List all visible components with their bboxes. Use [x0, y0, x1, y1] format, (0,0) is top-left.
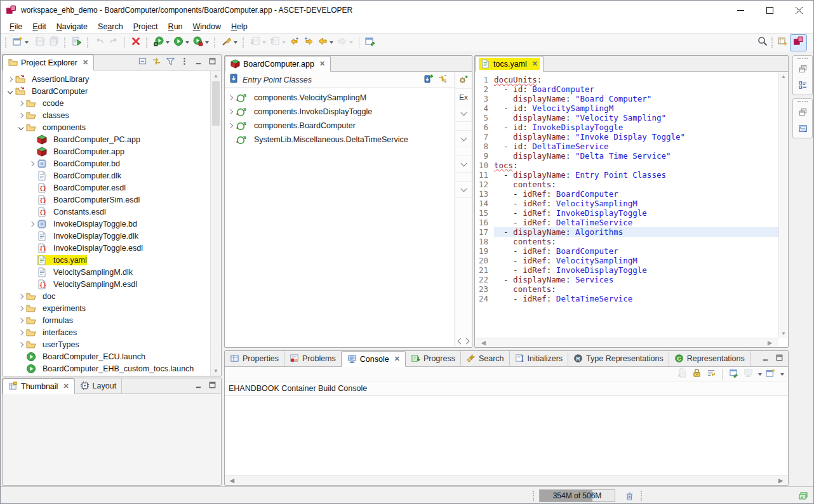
minimize-view-button[interactable]: [192, 56, 204, 69]
expand-arrow-icon[interactable]: [5, 77, 15, 81]
outline-view-button[interactable]: [796, 80, 810, 93]
tree-item-classes[interactable]: classes: [3, 109, 210, 121]
dropdown-caret-icon[interactable]: [262, 41, 266, 44]
search-button[interactable]: [756, 36, 770, 50]
tree-item-boardcomputer-dlk[interactable]: BoardComputer.dlk: [3, 169, 210, 182]
tree-item-velocitysamplingm-esdl[interactable]: {}VelocitySamplingM.esdl: [3, 278, 210, 290]
tree-scrollbar[interactable]: ▲ ▼: [210, 71, 221, 376]
tree-item-constants-esdl[interactable]: {}Constants.esdl: [3, 206, 210, 218]
tab-properties[interactable]: Properties: [225, 350, 284, 366]
last-edit-forward-button[interactable]: [302, 36, 316, 50]
word-wrap-button[interactable]: [705, 368, 717, 381]
link-with-editor-button[interactable]: [150, 56, 163, 69]
expand-arrow-icon[interactable]: [27, 162, 37, 166]
scroll-right-icon[interactable]: ▶: [768, 340, 772, 346]
scroll-down-icon[interactable]: ▼: [779, 331, 788, 336]
dropdown-caret-icon[interactable]: [185, 41, 189, 44]
minimize-view-button[interactable]: [192, 380, 204, 392]
tree-item-boardcomputer-bd[interactable]: BoardComputer.bd: [3, 157, 210, 169]
expand-arrow-icon[interactable]: [27, 222, 37, 226]
expand-arrow-icon[interactable]: [16, 102, 26, 105]
add-entry-point-icon[interactable]: [424, 74, 434, 86]
tree-item-invokedisplaytoggle-dlk[interactable]: InvokeDisplayToggle.dlk: [3, 230, 210, 242]
tree-item-boardcomputer-app[interactable]: BoardComputer.app: [3, 145, 210, 157]
dropdown-caret-icon[interactable]: [205, 41, 209, 44]
pin-console-button[interactable]: [727, 368, 740, 381]
open-console-button[interactable]: [764, 368, 777, 381]
expand-arrow-icon[interactable]: [225, 124, 236, 128]
link-editor-window-button[interactable]: [363, 36, 377, 50]
entry-point-components-velocitysamplingm[interactable]: Scomponents.VelocitySamplingM: [225, 91, 455, 105]
tab-boardcomputer-app[interactable]: BoardComputer.app ✕: [225, 56, 331, 72]
palette-section-collapsed[interactable]: [455, 131, 472, 147]
expand-arrow-icon[interactable]: [16, 114, 26, 117]
tree-item-boardcomputer[interactable]: BoardComputer: [3, 85, 210, 97]
editor-hscrollbar[interactable]: ◀ ▶: [475, 338, 778, 347]
tree-item-velocitysamplingm-dlk[interactable]: VelocitySamplingM.dlk: [3, 266, 210, 278]
open-perspective-button[interactable]: [776, 36, 790, 50]
dropdown-caret-icon[interactable]: [25, 41, 29, 44]
entry-point-components-boardcomputer[interactable]: Scomponents.BoardComputer: [225, 119, 455, 133]
experiment-button[interactable]: [220, 36, 239, 50]
tab-thumbnail[interactable]: Thumbnail✕: [3, 378, 75, 394]
expand-arrow-icon[interactable]: [16, 331, 26, 335]
menu-file[interactable]: File: [4, 21, 27, 32]
maximize-view-button[interactable]: [773, 352, 785, 365]
tree-item-assertionlibrary[interactable]: AssertionLibrary: [3, 73, 210, 85]
toggle-order-icon[interactable]: [437, 74, 448, 86]
tab-tocs-yaml[interactable]: tocs.yaml ✕: [475, 56, 544, 72]
ascet-perspective-button[interactable]: [790, 34, 807, 51]
menu-help[interactable]: Help: [226, 21, 253, 32]
maximize-view-button[interactable]: [206, 380, 218, 392]
open-console-stack-icon[interactable]: [798, 491, 808, 503]
filter-button[interactable]: [164, 56, 177, 69]
tab-console[interactable]: Console✕: [342, 351, 406, 367]
console-output[interactable]: [225, 395, 788, 475]
tree-item-usertypes[interactable]: userTypes: [3, 338, 210, 350]
scroll-down-icon[interactable]: ▼: [211, 366, 221, 376]
dropdown-caret-icon[interactable]: [234, 41, 237, 44]
yaml-code-area[interactable]: 1docuUnits:2 - id: BoardComputer3 displa…: [475, 72, 778, 338]
editor-vscrollbar[interactable]: ▲ ▼: [778, 72, 788, 338]
palette-tools-cell[interactable]: [455, 72, 472, 89]
run-garbage-collector-button[interactable]: [622, 489, 637, 502]
tree-item-formulas[interactable]: formulas: [3, 314, 210, 326]
tab-initializers[interactable]: Initializers: [510, 350, 569, 366]
collapse-all-button[interactable]: [136, 56, 149, 69]
scroll-left-icon[interactable]: ◀: [481, 340, 486, 346]
back-button[interactable]: [316, 36, 335, 50]
expand-arrow-icon[interactable]: [225, 96, 236, 100]
menu-navigate[interactable]: Navigate: [51, 21, 93, 32]
debug-button[interactable]: [152, 36, 171, 50]
scroll-up-icon[interactable]: ▲: [779, 74, 788, 79]
menu-window[interactable]: Window: [188, 21, 226, 32]
tree-item-ccode[interactable]: ccode: [3, 97, 210, 109]
dropdown-caret-icon[interactable]: [758, 373, 762, 376]
scroll-up-icon[interactable]: ▲: [211, 71, 221, 81]
dropdown-caret-icon[interactable]: [282, 41, 286, 44]
run-secure-button[interactable]: [191, 36, 211, 50]
tab-project-explorer[interactable]: Project Explorer ✕: [3, 55, 94, 70]
tree-item-boardcomputersim-esdl[interactable]: {}BoardComputerSim.esdl: [3, 194, 210, 206]
dropdown-caret-icon[interactable]: [349, 41, 353, 44]
tab-representations[interactable]: CRepresentations: [669, 350, 751, 366]
entry-point-components-invokedisplaytoggle[interactable]: Scomponents.InvokeDisplayToggle: [225, 105, 455, 119]
restore-view-button[interactable]: [796, 107, 810, 119]
scroll-lock-button[interactable]: [690, 368, 703, 381]
palette-section-ex[interactable]: Ex: [455, 89, 472, 105]
expand-arrow-icon[interactable]: [16, 295, 26, 298]
entry-point-systemlib-miscellaneous-deltatimeservice[interactable]: SSystemLib.Miscellaneous.DeltaTimeServic…: [225, 133, 455, 147]
console-hscrollbar[interactable]: ◀ ▶: [225, 475, 788, 485]
maximize-button[interactable]: [755, 1, 784, 20]
menu-search[interactable]: Search: [93, 21, 128, 32]
collapse-arrow-icon[interactable]: [5, 90, 15, 93]
tree-item-boardcomputer-ecu-launch[interactable]: BoardComputer_ECU.launch: [3, 350, 210, 362]
tree-item-invokedisplaytoggle-esdl[interactable]: {}InvokeDisplayToggle.esdl: [3, 242, 210, 254]
tree-item-tocs-yaml[interactable]: tocs.yaml: [3, 254, 210, 266]
menu-run[interactable]: Run: [163, 21, 188, 32]
menu-project[interactable]: Project: [128, 21, 163, 32]
close-button[interactable]: [784, 1, 813, 20]
tree-item-boardcomputer-ehb-custom-tocs-launch[interactable]: BoardComputer_EHB_custom_tocs.launch: [3, 362, 210, 375]
tree-item-boardcomputer-pc-app[interactable]: BoardComputer_PC.app: [3, 133, 210, 145]
dropdown-caret-icon[interactable]: [780, 373, 784, 376]
